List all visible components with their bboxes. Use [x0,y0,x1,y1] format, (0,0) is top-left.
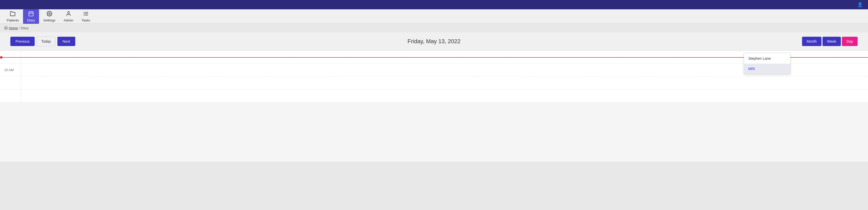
nav-label-diary: Diary [27,18,35,22]
calendar-icon [28,11,34,18]
nav-label-tasks: Tasks [82,18,90,22]
time-content-10am [21,64,868,76]
nav-item-admin[interactable]: Admin [60,9,78,24]
time-content-empty2 [21,77,868,89]
main-content: Previous Today Next Friday, May 13, 2022… [0,32,868,162]
toolbar-right: Month Week Day [802,37,858,46]
month-view-button[interactable]: Month [802,37,822,46]
nav-label-admin: Admin [64,18,73,22]
nav-bar: Patients Diary Settings Ad [0,9,868,24]
admin-icon [66,11,71,18]
svg-rect-0 [29,12,33,16]
breadcrumb-home[interactable]: Home [9,26,18,30]
time-row-empty3 [0,89,868,102]
current-time-line [0,57,868,58]
week-view-button[interactable]: Week [823,37,841,46]
top-bar: 👤 [0,0,868,9]
svg-point-4 [49,13,50,14]
user-icon[interactable]: 👤 [857,2,863,7]
nav-item-tasks[interactable]: Tasks [78,9,94,24]
next-button[interactable]: Next [57,37,75,46]
dropdown-user-name[interactable]: Stephen Lane [744,53,790,64]
tasks-icon [83,11,89,18]
time-content-empty3 [21,89,868,102]
breadcrumb-separator: / [19,26,20,30]
nav-label-settings: Settings [43,18,55,22]
toolbar-left: Previous Today Next [10,36,75,46]
previous-button[interactable]: Previous [10,37,35,46]
calendar-body: 10 AM [0,51,868,102]
nav-label-patients: Patients [7,18,19,22]
time-row-empty2 [0,77,868,89]
svg-point-5 [67,11,69,13]
folder-icon [10,11,16,18]
day-view-button[interactable]: Day [842,37,858,46]
calendar-title: Friday, May 13, 2022 [407,38,460,45]
settings-icon [46,11,52,18]
calendar-toolbar: Previous Today Next Friday, May 13, 2022… [0,32,868,51]
nav-item-settings[interactable]: Settings [39,9,60,24]
today-button[interactable]: Today [37,36,55,46]
breadcrumb: Home / Diary [0,24,868,32]
dropdown-mri-item[interactable]: MRI [744,64,790,74]
breadcrumb-current: Diary [21,26,28,30]
nav-item-patients[interactable]: Patients [3,9,23,24]
nav-item-diary[interactable]: Diary [23,9,39,24]
dropdown-popup: Stephen Lane MRI [744,53,790,74]
home-icon [4,26,8,30]
time-row-10am: 10 AM [0,64,868,77]
time-label-10am: 10 AM [0,68,21,72]
